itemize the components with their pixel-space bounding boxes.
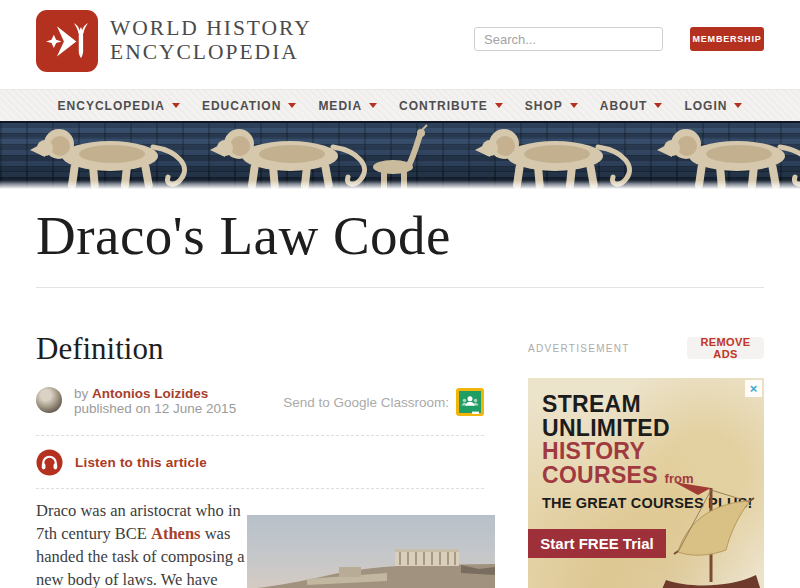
page: WORLD HISTORY ENCYCLOPEDIA MEMBERSHIP EN… <box>0 0 800 588</box>
acropolis-photo[interactable] <box>247 515 495 588</box>
classroom-share: Send to Google Classroom: <box>283 388 484 416</box>
ad-headline-line3: HISTORY <box>542 440 693 464</box>
chevron-down-icon <box>369 103 377 108</box>
page-title: Draco's Law Code <box>36 204 451 267</box>
nav-label: CONTRIBUTE <box>399 99 488 113</box>
nav-item-shop[interactable]: SHOP <box>525 99 578 113</box>
chevron-down-icon <box>288 103 296 108</box>
remove-ads-button[interactable]: REMOVE ADS <box>687 337 764 359</box>
nav-label: ABOUT <box>600 99 648 113</box>
byline-row: by Antonios Loizides published on 12 Jun… <box>36 386 484 416</box>
publish-date: published on 12 June 2015 <box>74 401 236 416</box>
nav-label: SHOP <box>525 99 563 113</box>
ad-headline-word: COURSES <box>542 462 658 488</box>
ship-illustration <box>648 482 764 588</box>
lion-frieze-banner <box>0 121 800 189</box>
classroom-label: Send to Google Classroom: <box>283 395 449 410</box>
google-classroom-icon[interactable] <box>456 388 484 416</box>
chevron-down-icon <box>172 103 180 108</box>
lion-frieze-illustration <box>0 121 800 189</box>
author-link[interactable]: Antonios Loizides <box>92 386 208 401</box>
advertisement-label: ADVERTISEMENT <box>528 343 630 354</box>
listen-label: Listen to this article <box>75 455 207 470</box>
byline-prefix: by <box>74 386 92 401</box>
article-paragraph: Draco was an aristocrat who in 7th centu… <box>36 499 250 588</box>
definition-heading: Definition <box>36 331 163 367</box>
site-name-line2: ENCYCLOPEDIA <box>110 40 312 64</box>
nav-item-media[interactable]: MEDIA <box>318 99 377 113</box>
ad-banner[interactable]: × STREAM UNLIMITED HISTORY COURSES from … <box>528 378 764 588</box>
cuneiform-logo-icon <box>43 17 91 65</box>
headphones-icon <box>36 449 63 476</box>
author-avatar[interactable] <box>36 387 62 413</box>
membership-button[interactable]: MEMBERSHIP <box>690 27 764 51</box>
chevron-down-icon <box>734 103 742 108</box>
chevron-down-icon <box>654 103 662 108</box>
site-name: WORLD HISTORY ENCYCLOPEDIA <box>110 16 312 64</box>
search-input[interactable] <box>474 27 663 51</box>
nav-item-contribute[interactable]: CONTRIBUTE <box>399 99 503 113</box>
nav-label: LOGIN <box>684 99 727 113</box>
nav-item-about[interactable]: ABOUT <box>600 99 663 113</box>
nav-label: MEDIA <box>318 99 362 113</box>
ad-cta-button[interactable]: Start FREE Trial <box>528 529 666 558</box>
nav-item-education[interactable]: EDUCATION <box>202 99 296 113</box>
nav-label: ENCYCLOPEDIA <box>58 99 165 113</box>
listen-to-article[interactable]: Listen to this article <box>36 435 484 489</box>
chevron-down-icon <box>495 103 503 108</box>
acropolis-illustration <box>247 515 495 588</box>
main-nav: ENCYCLOPEDIA EDUCATION MEDIA CONTRIBUTE … <box>0 89 800 121</box>
title-divider <box>36 287 764 288</box>
nav-label: EDUCATION <box>202 99 281 113</box>
athens-link[interactable]: Athens <box>151 524 201 543</box>
site-logo[interactable] <box>36 10 98 72</box>
ad-headline: STREAM UNLIMITED HISTORY COURSES from <box>542 393 693 490</box>
site-name-line1: WORLD HISTORY <box>110 16 312 40</box>
ad-headline-line2: UNLIMITED <box>542 417 693 441</box>
search <box>474 27 663 51</box>
nav-item-login[interactable]: LOGIN <box>684 99 742 113</box>
byline: by Antonios Loizides published on 12 Jun… <box>74 386 236 416</box>
chevron-down-icon <box>570 103 578 108</box>
nav-item-encyclopedia[interactable]: ENCYCLOPEDIA <box>58 99 180 113</box>
ad-headline-line1: STREAM <box>542 393 693 417</box>
ad-close-icon[interactable]: × <box>745 380 762 397</box>
